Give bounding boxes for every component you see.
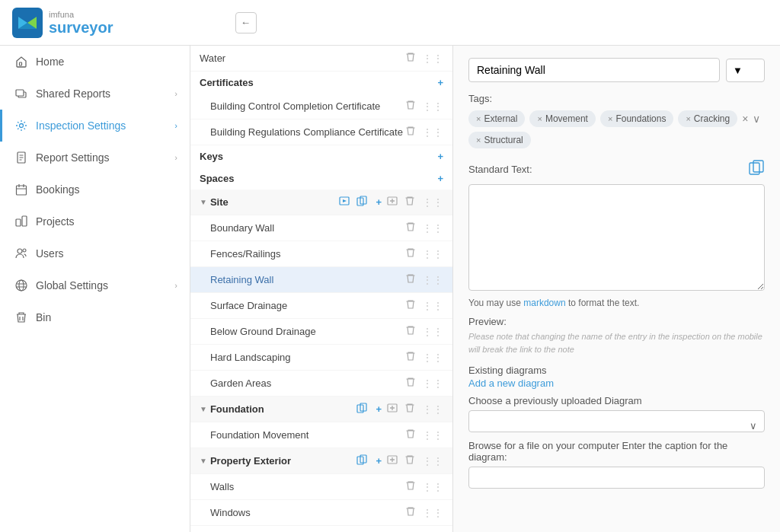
remove-external-tag-button[interactable]: × (476, 114, 481, 123)
delete-foundation-button[interactable] (403, 401, 417, 417)
export-pe-button[interactable] (385, 453, 399, 469)
delete-water-button[interactable] (404, 50, 417, 66)
remove-cracking-x[interactable]: × (742, 113, 748, 125)
sidebar-item-global-settings[interactable]: Global Settings › (0, 269, 190, 301)
tree-item-below-ground[interactable]: Below Ground Drainage ⋮⋮ (190, 319, 452, 345)
drag-handle-fences[interactable]: ⋮⋮ (422, 248, 443, 260)
copy-foundation-button[interactable] (355, 401, 369, 417)
sidebar-item-inspection-settings[interactable]: Inspection Settings › (0, 110, 190, 142)
tree-item-building-control[interactable]: Building Control Completion Certificate … (190, 94, 452, 119)
drag-handle-ga[interactable]: ⋮⋮ (422, 377, 443, 390)
drag-handle-br[interactable]: ⋮⋮ (422, 126, 443, 139)
export-foundation-button[interactable] (385, 401, 399, 417)
drag-handle-bc[interactable]: ⋮⋮ (422, 100, 443, 113)
tags-expand-button[interactable]: ∨ (753, 113, 760, 125)
delete-pe-button[interactable] (403, 453, 417, 469)
tree-item-hard-landscaping[interactable]: Hard Landscaping ⋮⋮ (190, 345, 452, 371)
drag-handle-walls[interactable]: ⋮⋮ (422, 481, 443, 493)
tree-item-site[interactable]: ▼ Site + ⋮⋮ (190, 190, 452, 215)
tree-item-surface-drainage[interactable]: Surface Drainage ⋮⋮ (190, 293, 452, 319)
delete-windows-button[interactable] (404, 505, 417, 521)
settings-icon (14, 119, 28, 132)
copy-pe-button[interactable] (355, 453, 369, 469)
remove-foundations-tag-button[interactable]: × (608, 114, 612, 123)
tree-item-retaining-wall-label: Retaining Wall (200, 274, 404, 285)
collapse-button[interactable]: ← (235, 12, 257, 33)
tree-item-windows[interactable]: Windows ⋮⋮ (190, 500, 452, 526)
tree-item-external-stair[interactable]: External Stair ⋮⋮ (190, 526, 452, 532)
view-site-button[interactable] (337, 194, 351, 210)
delete-foundation-movement-button[interactable] (404, 427, 417, 443)
drag-handle-rw[interactable]: ⋮⋮ (422, 274, 443, 286)
standard-text-input[interactable] (468, 184, 765, 291)
tree-item-hard-landscaping-label: Hard Landscaping (200, 352, 404, 363)
delete-retaining-wall-button[interactable] (404, 272, 417, 288)
delete-below-ground-button[interactable] (404, 323, 417, 339)
drag-handle-bg[interactable]: ⋮⋮ (422, 326, 443, 338)
delete-boundary-wall-button[interactable] (404, 220, 417, 236)
choose-diagram-label: Choose a previously uploaded Diagram (468, 395, 765, 406)
copy-standard-text-button[interactable] (748, 159, 765, 180)
tree-item-below-ground-actions: ⋮⋮ (404, 323, 443, 339)
add-site-button[interactable]: + (376, 196, 382, 208)
remove-cracking-tag-button[interactable]: × (686, 114, 690, 123)
tree-item-water[interactable]: Water ⋮⋮ (190, 46, 452, 72)
markdown-link[interactable]: markdown (523, 298, 565, 308)
sidebar-item-bin[interactable]: Bin (0, 301, 190, 333)
logo-icon (12, 8, 43, 38)
export-site-button[interactable] (385, 194, 399, 210)
sidebar-item-users[interactable]: Users (0, 237, 190, 269)
drag-handle-fm[interactable]: ⋮⋮ (422, 429, 443, 441)
diagram-select[interactable] (468, 410, 765, 432)
tree-item-retaining-wall[interactable]: Retaining Wall ⋮⋮ (190, 267, 452, 293)
add-certificate-button[interactable]: + (437, 77, 443, 88)
delete-fences-button[interactable] (404, 246, 417, 262)
tree-item-property-exterior[interactable]: ▼ Property Exterior + ⋮⋮ (190, 448, 452, 474)
tree-item-water-actions: ⋮⋮ (404, 50, 443, 66)
tree-item-foundation[interactable]: ▼ Foundation + ⋮⋮ (190, 397, 452, 422)
sidebar-item-report-settings[interactable]: Report Settings › (0, 142, 190, 174)
tree-item-property-exterior-actions: + ⋮⋮ (355, 453, 443, 469)
drag-handle-water[interactable]: ⋮⋮ (422, 53, 443, 65)
drag-handle-foundation[interactable]: ⋮⋮ (422, 403, 443, 416)
svg-rect-5 (17, 186, 27, 195)
add-diagram-link[interactable]: Add a new diagram (468, 377, 765, 389)
add-keys-button[interactable]: + (437, 151, 443, 162)
tree-item-walls[interactable]: Walls ⋮⋮ (190, 474, 452, 500)
sidebar-item-shared-reports[interactable]: Shared Reports › (0, 78, 190, 110)
drag-handle-hl[interactable]: ⋮⋮ (422, 352, 443, 364)
entry-name-input[interactable] (468, 58, 720, 82)
drag-handle-site[interactable]: ⋮⋮ (422, 196, 443, 209)
delete-surface-drainage-button[interactable] (404, 298, 417, 314)
sidebar-item-projects[interactable]: Projects (0, 205, 190, 237)
drag-handle-bw[interactable]: ⋮⋮ (422, 222, 443, 234)
remove-structural-tag-button[interactable]: × (476, 135, 481, 145)
remove-movement-tag-button[interactable]: × (537, 114, 542, 123)
tree-item-foundation-movement[interactable]: Foundation Movement ⋮⋮ (190, 422, 452, 448)
sidebar-item-home[interactable]: Home (0, 46, 190, 78)
tree-item-building-regs-actions: ⋮⋮ (404, 124, 443, 140)
copy-site-button[interactable] (355, 194, 369, 210)
add-pe-button[interactable]: + (376, 455, 382, 467)
delete-hard-landscaping-button[interactable] (404, 349, 417, 365)
chevron-right-icon3: › (174, 153, 177, 162)
delete-garden-areas-button[interactable] (404, 375, 417, 391)
delete-walls-button[interactable] (404, 479, 417, 495)
tree-item-fences[interactable]: Fences/Railings ⋮⋮ (190, 241, 452, 267)
delete-site-button[interactable] (403, 194, 417, 210)
sidebar-item-bookings[interactable]: Bookings (0, 174, 190, 205)
tree-item-boundary-wall[interactable]: Boundary Wall ⋮⋮ (190, 215, 452, 241)
delete-building-regs-button[interactable] (404, 124, 417, 140)
caption-input[interactable] (468, 467, 765, 489)
tree-item-garden-areas[interactable]: Garden Areas ⋮⋮ (190, 371, 452, 397)
tree-item-building-regs[interactable]: Building Regulations Compliance Certific… (190, 119, 452, 145)
add-foundation-button[interactable]: + (376, 403, 382, 415)
group-certificates-label: Certificates (200, 77, 434, 88)
drag-handle-sd[interactable]: ⋮⋮ (422, 300, 443, 312)
drag-handle-pe[interactable]: ⋮⋮ (422, 455, 443, 467)
entry-type-select[interactable]: ▼ (726, 59, 765, 82)
svg-rect-1 (20, 62, 22, 65)
add-spaces-button[interactable]: + (437, 173, 443, 184)
delete-building-control-button[interactable] (404, 98, 417, 114)
drag-handle-windows[interactable]: ⋮⋮ (422, 507, 443, 519)
